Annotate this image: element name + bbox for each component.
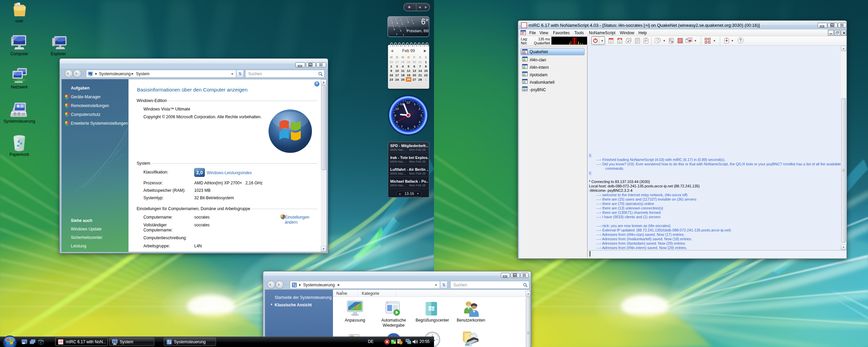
svg-text:2: 2 [419, 107, 420, 110]
svg-text:4: 4 [419, 120, 420, 124]
svg-text:NN: NN [618, 38, 621, 40]
svg-text:3: 3 [420, 114, 422, 117]
svg-text:11: 11 [400, 102, 403, 106]
svg-text:6: 6 [407, 126, 409, 130]
svg-text:12: 12 [407, 100, 410, 104]
svg-text:8: 8 [396, 120, 398, 124]
svg-text:!: ! [400, 341, 401, 344]
svg-text:1: 1 [414, 102, 416, 106]
svg-text:10: 10 [395, 107, 399, 110]
svg-text:9: 9 [394, 114, 396, 117]
svg-text:7: 7 [401, 125, 402, 128]
svg-text:™: ™ [309, 145, 312, 149]
svg-text:5: 5 [414, 125, 416, 128]
svg-text:?: ? [525, 88, 527, 91]
svg-text:e: e [40, 340, 42, 345]
